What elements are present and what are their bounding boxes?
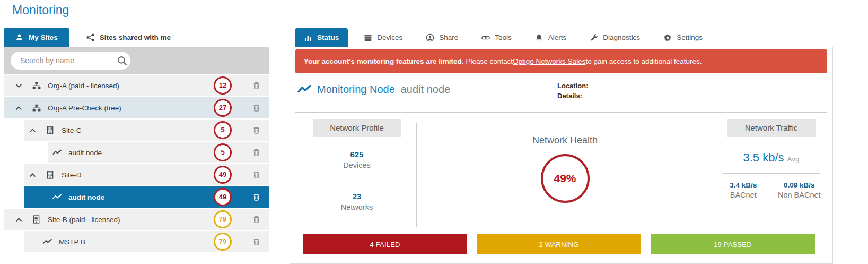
- tree-row-label: Site-C: [62, 126, 82, 134]
- issue-count-badge: 79: [214, 210, 232, 228]
- tab-share[interactable]: Share: [418, 28, 466, 47]
- node-header: Monitoring Node audit node: [297, 83, 450, 96]
- chevron-up-icon[interactable]: [15, 104, 23, 112]
- traffic-average: 3.5 kb/sAvg: [715, 151, 827, 165]
- tree-row-label: audit node: [68, 149, 102, 157]
- share-icon: [86, 33, 94, 41]
- site-tree: Org-A (paid - licensed)12Org-A Pre-Check…: [4, 75, 269, 253]
- person-icon: [15, 33, 23, 41]
- tree-row-audit-node[interactable]: audit node49: [24, 186, 269, 208]
- tree-row-org-a-paid-licensed[interactable]: Org-A (paid - licensed)12: [4, 75, 269, 96]
- network-traffic-title: Network Traffic: [727, 119, 816, 137]
- details-label: Details:: [557, 91, 589, 101]
- node-name: audit node: [401, 83, 450, 96]
- issue-count-badge: 49: [214, 188, 232, 206]
- trash-icon[interactable]: [252, 215, 261, 224]
- network-health-card: Network Health 49%: [417, 113, 713, 203]
- tree-row-mstp-b[interactable]: MSTP B79: [24, 231, 269, 252]
- search-input[interactable]: [19, 56, 117, 65]
- org-icon: [32, 104, 41, 113]
- page-title: Monitoring: [12, 3, 69, 18]
- tree-row-audit-node[interactable]: audit node5: [48, 142, 269, 163]
- bacnet-value: 3.4 kB/s: [715, 181, 771, 189]
- traffic-avg-label: Avg: [787, 155, 800, 163]
- line-chart-icon: [297, 84, 311, 96]
- sales-link[interactable]: Optigo Networks Sales: [513, 57, 585, 65]
- tree-row-site-d[interactable]: Site-D49: [24, 164, 269, 185]
- tab-status[interactable]: Status: [295, 28, 348, 47]
- issue-count-badge: 5: [214, 143, 232, 161]
- tab-label: Diagnostics: [603, 33, 640, 41]
- chevron-up-icon[interactable]: [15, 216, 23, 224]
- bar-chart-icon: [304, 33, 312, 42]
- network-health-title: Network Health: [417, 135, 713, 146]
- chevron-up-icon[interactable]: [29, 126, 37, 134]
- tree-row-site-c[interactable]: Site-C5: [24, 120, 269, 141]
- banner-text: Please contact: [466, 57, 513, 65]
- chevron-up-icon[interactable]: [29, 171, 37, 179]
- status-bar-label: 19 PASSED: [714, 241, 752, 249]
- chevron-down-icon[interactable]: [15, 82, 23, 90]
- network-profile-title: Network Profile: [313, 119, 401, 137]
- sites-tab-bar: My Sites Sites shared with me: [4, 28, 182, 47]
- tab-label: Status: [317, 33, 339, 41]
- devices-label: Devices: [297, 161, 416, 169]
- non-bacnet-value: 0.09 kB/s: [771, 181, 828, 189]
- tab-alerts[interactable]: Alerts: [528, 28, 574, 47]
- status-bar-warning[interactable]: 2 WARNING: [477, 234, 641, 254]
- non-bacnet-label: Non BACnet: [771, 191, 828, 199]
- location-details: Location: Details:: [557, 81, 589, 101]
- issue-count-badge: 27: [214, 99, 232, 117]
- status-panel: Your account's monitoring features are l…: [290, 47, 833, 264]
- traffic-breakdown: 3.4 kB/s BACnet 0.09 kB/s Non BACnet: [715, 181, 827, 199]
- tree-row-label: Site-B (paid - licensed): [48, 216, 120, 224]
- tab-label: Tools: [495, 33, 512, 41]
- bacnet-label: BACnet: [715, 191, 771, 199]
- building-icon: [46, 126, 55, 135]
- search-icon[interactable]: [117, 56, 127, 66]
- tree-row-label: Site-D: [62, 171, 82, 179]
- trash-icon[interactable]: [252, 104, 261, 112]
- health-percentage: 49%: [554, 172, 576, 185]
- org-icon: [32, 81, 41, 90]
- network-traffic-card: Network Traffic 3.5 kb/sAvg 3.4 kB/s BAC…: [715, 113, 827, 199]
- trash-icon[interactable]: [252, 193, 261, 201]
- tree-row-site-b-paid-licensed[interactable]: Site-B (paid - licensed)79: [4, 209, 269, 230]
- tab-devices[interactable]: Devices: [356, 28, 410, 47]
- bacnet-cell: 3.4 kB/s BACnet: [715, 181, 771, 199]
- traffic-divider: [723, 173, 820, 174]
- devices-count: 625: [297, 150, 416, 159]
- tab-my-sites[interactable]: My Sites: [4, 28, 69, 47]
- banner-bold-text: Your account's monitoring features are l…: [304, 57, 464, 65]
- trash-icon[interactable]: [252, 171, 261, 179]
- trash-icon[interactable]: [252, 148, 261, 157]
- building-icon: [32, 215, 41, 224]
- link-icon: [481, 33, 490, 42]
- issue-count-badge: 5: [214, 121, 232, 139]
- trash-icon[interactable]: [252, 237, 261, 246]
- network-profile-card: Network Profile 625 Devices 23 Networks: [297, 113, 416, 211]
- tab-diagnostics[interactable]: Diagnostics: [582, 28, 647, 47]
- trash-icon[interactable]: [252, 81, 261, 90]
- trash-icon[interactable]: [252, 126, 261, 134]
- health-gauge: 49%: [541, 154, 590, 203]
- status-bar-label: 4 FAILED: [370, 241, 400, 249]
- search-box[interactable]: [11, 52, 130, 70]
- line-chart-icon: [43, 237, 52, 246]
- node-tab-bar: StatusDevicesShareToolsAlertsDiagnostics…: [295, 28, 710, 47]
- tab-sites-shared-with-me[interactable]: Sites shared with me: [75, 28, 182, 47]
- tab-label: Settings: [677, 33, 703, 41]
- user-circle-icon: [426, 33, 434, 42]
- location-label: Location:: [557, 81, 589, 91]
- non-bacnet-cell: 0.09 kB/s Non BACnet: [771, 181, 828, 199]
- tab-tools[interactable]: Tools: [474, 28, 519, 47]
- profile-divider: [305, 178, 409, 178]
- banner-text-after: to gain access to additional features.: [585, 57, 702, 65]
- line-chart-icon: [52, 193, 62, 202]
- tree-row-org-a-pre-check-free[interactable]: Org-A Pre-Check (free)27: [4, 97, 269, 118]
- tab-settings[interactable]: Settings: [656, 28, 710, 47]
- status-bar-failed[interactable]: 4 FAILED: [303, 234, 467, 254]
- wrench-icon: [590, 33, 598, 42]
- limited-features-banner: Your account's monitoring features are l…: [295, 49, 827, 73]
- status-bar-passed[interactable]: 19 PASSED: [651, 234, 815, 254]
